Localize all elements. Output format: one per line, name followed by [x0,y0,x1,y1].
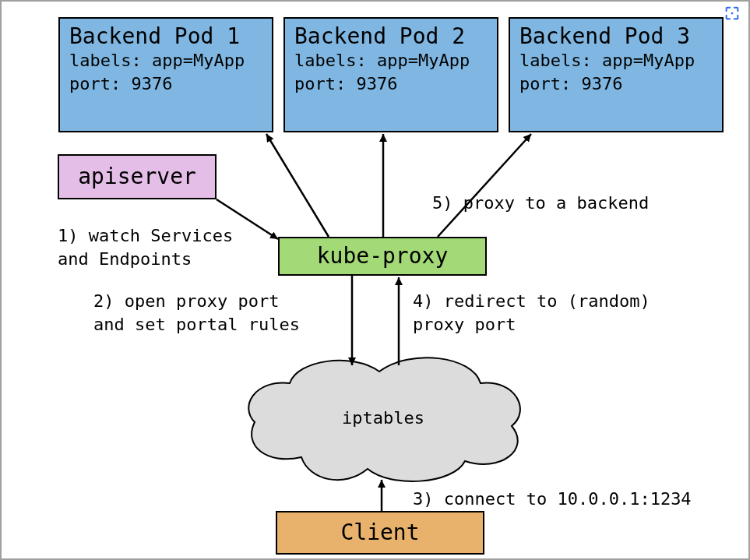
annotation-4-line1: 4) redirect to (random) [413,290,650,313]
svg-line-4 [438,134,531,237]
annotation-1-line1: 1) watch Services [58,224,233,248]
pod-port: port: 9376 [294,72,488,96]
diagram-canvas: Backend Pod 1 labels: app=MyApp port: 93… [0,0,750,560]
annotation-2: 2) open proxy port and set portal rules [93,290,300,336]
pod-labels: labels: app=MyApp [69,49,262,72]
backend-pod-2: Backend Pod 2 labels: app=MyApp port: 93… [283,17,498,132]
annotation-1-line2: and Endpoints [58,248,233,271]
svg-line-2 [266,134,329,237]
annotation-4: 4) redirect to (random) proxy port [413,290,650,336]
annotation-3: 3) connect to 10.0.0.1:1234 [413,488,692,511]
backend-pod-3: Backend Pod 3 labels: app=MyApp port: 93… [509,17,724,132]
annotation-5: 5) proxy to a backend [432,192,649,215]
annotation-2-line2: and set portal rules [93,313,300,336]
pod-labels: labels: app=MyApp [294,49,488,72]
client-node: Client [276,511,484,555]
pod-title: Backend Pod 1 [69,23,262,49]
client-label: Client [340,519,419,545]
kube-proxy-node: kube-proxy [278,237,487,276]
svg-point-0 [731,12,734,15]
pod-title: Backend Pod 2 [294,23,488,49]
annotation-2-line1: 2) open proxy port [93,290,300,313]
apiserver-label: apiserver [78,164,196,189]
iptables-cloud: iptables [235,344,531,492]
backend-pod-1: Backend Pod 1 labels: app=MyApp port: 93… [58,17,273,132]
iptables-label: iptables [235,408,531,428]
kube-proxy-label: kube-proxy [317,243,449,269]
pod-port: port: 9376 [69,72,262,96]
pod-port: port: 9376 [519,72,713,96]
pod-title: Backend Pod 3 [519,23,713,49]
annotation-4-line2: proxy port [413,313,650,336]
pod-labels: labels: app=MyApp [519,49,713,72]
apiserver-node: apiserver [58,154,217,199]
annotation-1: 1) watch Services and Endpoints [58,224,233,270]
expand-icon[interactable] [720,2,744,25]
